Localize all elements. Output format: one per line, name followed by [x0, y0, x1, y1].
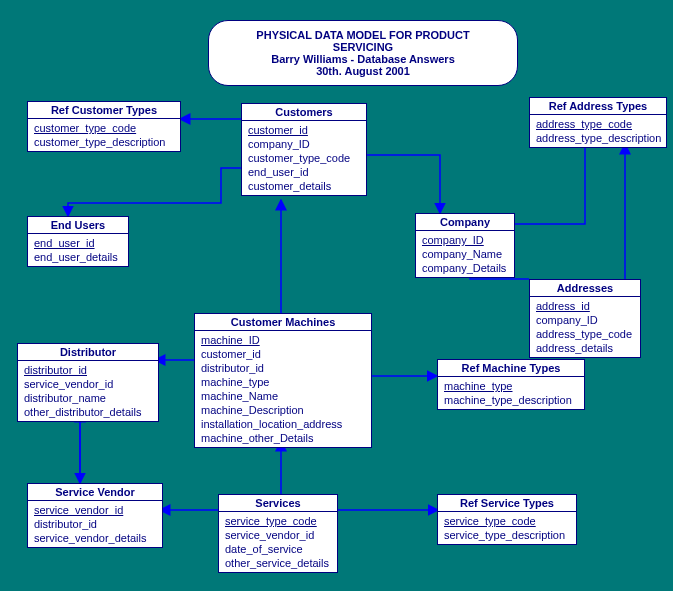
- attr: customer_id: [248, 123, 360, 137]
- attr: distributor_name: [24, 391, 152, 405]
- attr: machine_type_description: [444, 393, 578, 407]
- entity-header: Distributor: [18, 344, 158, 361]
- attr: address_type_code: [536, 117, 660, 131]
- attr: service_vendor_details: [34, 531, 156, 545]
- entity-customers: Customerscustomer_idcompany_IDcustomer_t…: [241, 103, 367, 196]
- attr: address_details: [536, 341, 634, 355]
- attr: address_id: [536, 299, 634, 313]
- entity-header: Ref Customer Types: [28, 102, 180, 119]
- title-line1: PHYSICAL DATA MODEL FOR PRODUCT SERVICIN…: [233, 29, 493, 53]
- attr: company_ID: [248, 137, 360, 151]
- title-line2: Barry Williams - Database Answers: [233, 53, 493, 65]
- entity-header: Ref Address Types: [530, 98, 666, 115]
- title-box: PHYSICAL DATA MODEL FOR PRODUCT SERVICIN…: [208, 20, 518, 86]
- entity-header: End Users: [28, 217, 128, 234]
- attr: service_vendor_id: [24, 377, 152, 391]
- attr: customer_id: [201, 347, 365, 361]
- attr: installation_location_address: [201, 417, 365, 431]
- entity-header: Services: [219, 495, 337, 512]
- attr: service_type_code: [225, 514, 331, 528]
- entity-body: end_user_idend_user_details: [28, 234, 128, 266]
- entity-body: address_idcompany_IDaddress_type_codeadd…: [530, 297, 640, 357]
- entity-body: service_type_codeservice_type_descriptio…: [438, 512, 576, 544]
- entity-body: service_vendor_iddistributor_idservice_v…: [28, 501, 162, 547]
- attr: end_user_id: [34, 236, 122, 250]
- attr: distributor_id: [24, 363, 152, 377]
- attr: company_ID: [536, 313, 634, 327]
- attr: service_vendor_id: [34, 503, 156, 517]
- entity-customer-machines: Customer Machinesmachine_IDcustomer_iddi…: [194, 313, 372, 448]
- attr: other_service_details: [225, 556, 331, 570]
- entity-services: Servicesservice_type_codeservice_vendor_…: [218, 494, 338, 573]
- diagram-canvas: PHYSICAL DATA MODEL FOR PRODUCT SERVICIN…: [0, 0, 673, 591]
- entity-body: customer_type_codecustomer_type_descript…: [28, 119, 180, 151]
- attr: machine_Name: [201, 389, 365, 403]
- attr: machine_other_Details: [201, 431, 365, 445]
- entity-ref-machine-types: Ref Machine Typesmachine_typemachine_typ…: [437, 359, 585, 410]
- attr: company_Name: [422, 247, 508, 261]
- entity-ref-service-types: Ref Service Typesservice_type_codeservic…: [437, 494, 577, 545]
- entity-header: Ref Machine Types: [438, 360, 584, 377]
- attr: company_Details: [422, 261, 508, 275]
- attr: company_ID: [422, 233, 508, 247]
- entity-body: address_type_codeaddress_type_descriptio…: [530, 115, 666, 147]
- attr: service_type_code: [444, 514, 570, 528]
- entity-header: Company: [416, 214, 514, 231]
- attr: address_type_code: [536, 327, 634, 341]
- entity-body: company_IDcompany_Namecompany_Details: [416, 231, 514, 277]
- entity-body: machine_IDcustomer_iddistributor_idmachi…: [195, 331, 371, 447]
- entity-end-users: End Usersend_user_idend_user_details: [27, 216, 129, 267]
- entity-header: Service Vendor: [28, 484, 162, 501]
- attr: address_type_description: [536, 131, 660, 145]
- attr: customer_details: [248, 179, 360, 193]
- attr: distributor_id: [34, 517, 156, 531]
- attr: customer_type_code: [34, 121, 174, 135]
- attr: end_user_details: [34, 250, 122, 264]
- entity-company: Companycompany_IDcompany_Namecompany_Det…: [415, 213, 515, 278]
- attr: service_vendor_id: [225, 528, 331, 542]
- entity-ref-customer-types: Ref Customer Typescustomer_type_codecust…: [27, 101, 181, 152]
- attr: date_of_service: [225, 542, 331, 556]
- entity-service-vendor: Service Vendorservice_vendor_iddistribut…: [27, 483, 163, 548]
- entity-header: Ref Service Types: [438, 495, 576, 512]
- attr: service_type_description: [444, 528, 570, 542]
- entity-body: service_type_codeservice_vendor_iddate_o…: [219, 512, 337, 572]
- attr: customer_type_code: [248, 151, 360, 165]
- attr: end_user_id: [248, 165, 360, 179]
- entity-body: machine_typemachine_type_description: [438, 377, 584, 409]
- entity-header: Addresses: [530, 280, 640, 297]
- attr: other_distributor_details: [24, 405, 152, 419]
- entity-addresses: Addressesaddress_idcompany_IDaddress_typ…: [529, 279, 641, 358]
- entity-header: Customer Machines: [195, 314, 371, 331]
- attr: machine_Description: [201, 403, 365, 417]
- title-line3: 30th. August 2001: [233, 65, 493, 77]
- attr: machine_type: [201, 375, 365, 389]
- attr: distributor_id: [201, 361, 365, 375]
- attr: machine_ID: [201, 333, 365, 347]
- entity-header: Customers: [242, 104, 366, 121]
- entity-body: customer_idcompany_IDcustomer_type_codee…: [242, 121, 366, 195]
- entity-distributor: Distributordistributor_idservice_vendor_…: [17, 343, 159, 422]
- attr: customer_type_description: [34, 135, 174, 149]
- entity-ref-address-types: Ref Address Typesaddress_type_codeaddres…: [529, 97, 667, 148]
- attr: machine_type: [444, 379, 578, 393]
- entity-body: distributor_idservice_vendor_iddistribut…: [18, 361, 158, 421]
